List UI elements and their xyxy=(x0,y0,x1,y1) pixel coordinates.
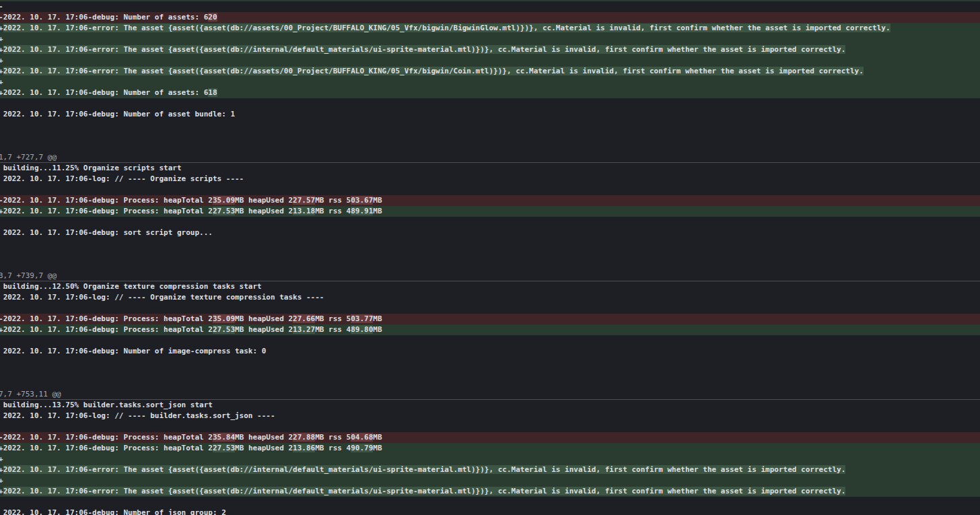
line-content: +2022. 10. 17. 17:06-error: The asset {a… xyxy=(0,44,845,55)
gutter-sign: + xyxy=(0,45,3,54)
line-content: 3,7 +739,7 @@ xyxy=(0,271,57,281)
hunk-header: 1,7 +727,7 @@ xyxy=(0,152,980,163)
line-content: - xyxy=(0,1,3,12)
line-text: 7,7 +753,11 @@ xyxy=(0,390,61,399)
line-content: + xyxy=(0,454,3,465)
diff-line: building...13.75% builder.tasks.sort_jso… xyxy=(0,400,980,411)
changed-text: 13.18 xyxy=(293,207,315,215)
gutter-sign: + xyxy=(0,56,3,65)
changed-text: 27.53 xyxy=(213,325,235,334)
diff-line: -2022. 10. 17. 17:06-debug: Process: hea… xyxy=(0,195,980,206)
line-content: 2022. 10. 17. 17:06-debug: sort script g… xyxy=(0,228,213,238)
diff-line xyxy=(0,238,980,249)
line-text: MB xyxy=(373,196,382,205)
diff-line: + xyxy=(0,475,980,486)
line-text: MB rss 4 xyxy=(315,207,351,215)
changed-text: 20 xyxy=(208,13,217,22)
diff-line xyxy=(0,497,980,508)
changed-text: 2022. 10. 17. 17:06-error: The asset {as… xyxy=(3,67,864,75)
diff-line: +2022. 10. 17. 17:06-error: The asset {a… xyxy=(0,66,980,77)
gutter-sign: + xyxy=(0,465,3,474)
changed-text: 27.53 xyxy=(213,444,235,452)
changed-text: 2022. 10. 17. 17:06-error: The asset {as… xyxy=(3,45,846,54)
diff-line: building...11.25% Organize scripts start xyxy=(0,163,980,174)
line-content: +2022. 10. 17. 17:06-error: The asset {a… xyxy=(0,66,864,77)
diff-line: building...12.50% Organize texture compr… xyxy=(0,281,980,292)
hunk-header: 3,7 +739,7 @@ xyxy=(0,271,980,281)
line-content: +2022. 10. 17. 17:06-debug: Number of as… xyxy=(0,88,217,98)
line-content: building...13.75% builder.tasks.sort_jso… xyxy=(0,400,213,411)
diff-line: +2022. 10. 17. 17:06-error: The asset {a… xyxy=(0,44,980,55)
changed-text: 27.88 xyxy=(293,433,315,442)
changed-text: 89.80 xyxy=(351,325,373,334)
diff-line: + xyxy=(0,55,980,66)
line-content: +2022. 10. 17. 17:06-debug: Process: hea… xyxy=(0,443,382,454)
line-content: +2022. 10. 17. 17:06-debug: Process: hea… xyxy=(0,206,382,217)
diff-line: + xyxy=(0,34,980,44)
diff-line: +2022. 10. 17. 17:06-error: The asset {a… xyxy=(0,486,980,497)
line-text: MB heapUsed 2 xyxy=(235,207,293,215)
changed-text: 35.09 xyxy=(213,196,235,205)
diff-line xyxy=(0,120,980,131)
line-text: MB rss 5 xyxy=(315,433,351,442)
diff-line: 2022. 10. 17. 17:06-debug: Number of ima… xyxy=(0,346,980,357)
gutter-sign: - xyxy=(0,2,3,11)
diff-line: 2022. 10. 17. 17:06-debug: Number of jso… xyxy=(0,508,980,515)
diff-line xyxy=(0,378,980,389)
changed-text: 03.77 xyxy=(351,314,373,323)
diff-view: +--2022. 10. 17. 17:06-debug: Number of … xyxy=(0,0,980,515)
diff-line xyxy=(0,335,980,346)
line-text: MB rss 5 xyxy=(315,314,351,323)
line-text: 2022. 10. 17. 17:06-debug: sort script g… xyxy=(3,228,213,237)
changed-text: 27.57 xyxy=(293,196,315,205)
line-content: +2022. 10. 17. 17:06-error: The asset {a… xyxy=(0,465,845,475)
line-text: building...13.75% builder.tasks.sort_jso… xyxy=(3,401,213,409)
changed-text: 2022. 10. 17. 17:06-error: The asset {as… xyxy=(3,487,846,495)
diff-line xyxy=(0,141,980,152)
hunk-header: 7,7 +753,11 @@ xyxy=(0,389,980,400)
changed-text: 27.66 xyxy=(293,314,315,323)
diff-line: +2022. 10. 17. 17:06-error: The asset {a… xyxy=(0,23,980,34)
line-content: + xyxy=(0,34,3,44)
diff-line xyxy=(0,184,980,195)
line-content: 2022. 10. 17. 17:06-log: // ---- Organiz… xyxy=(0,292,324,303)
line-text: 2022. 10. 17. 17:06-debug: Number of ass… xyxy=(3,13,209,22)
line-content: 2022. 10. 17. 17:06-log: // ---- builder… xyxy=(0,411,275,421)
diff-line: - xyxy=(0,1,980,12)
line-content: 2022. 10. 17. 17:06-debug: Number of jso… xyxy=(0,508,226,515)
changed-text: 2022. 10. 17. 17:06-error: The asset {as… xyxy=(3,465,846,474)
diff-line: + xyxy=(0,77,980,88)
line-text: MB xyxy=(373,314,382,323)
diff-line: +2022. 10. 17. 17:06-debug: Number of as… xyxy=(0,88,980,98)
diff-line: 2022. 10. 17. 17:06-log: // ---- Organiz… xyxy=(0,292,980,303)
gutter-sign: + xyxy=(0,476,3,485)
diff-line xyxy=(0,357,980,368)
line-content: +2022. 10. 17. 17:06-debug: Process: hea… xyxy=(0,324,382,335)
line-content: + xyxy=(0,77,3,88)
changed-text: 27.53 xyxy=(213,207,235,215)
line-text: 2022. 10. 17. 17:06-log: // ---- builder… xyxy=(3,411,275,420)
line-content: 7,7 +753,11 @@ xyxy=(0,389,61,399)
diff-line: 2022. 10. 17. 17:06-debug: Number of ass… xyxy=(0,109,980,120)
diff-line xyxy=(0,303,980,314)
line-text: 2022. 10. 17. 17:06-debug: Process: heap… xyxy=(3,314,213,323)
line-text: 2022. 10. 17. 17:06-debug: Process: heap… xyxy=(3,444,213,452)
line-text: MB rss 4 xyxy=(315,325,351,334)
line-text: 3,7 +739,7 @@ xyxy=(0,271,57,280)
line-text: building...12.50% Organize texture compr… xyxy=(3,282,262,291)
line-text: MB heapUsed 2 xyxy=(235,444,293,452)
diff-line: +2022. 10. 17. 17:06-debug: Process: hea… xyxy=(0,206,980,217)
line-text: building...11.25% Organize scripts start xyxy=(3,164,182,172)
line-text: 2022. 10. 17. 17:06-debug: Process: heap… xyxy=(3,207,213,215)
line-content: -2022. 10. 17. 17:06-debug: Process: hea… xyxy=(0,432,382,443)
line-content: -2022. 10. 17. 17:06-debug: Process: hea… xyxy=(0,314,382,324)
diff-line xyxy=(0,131,980,141)
line-text: MB xyxy=(373,207,382,215)
line-text: MB xyxy=(373,444,382,452)
changed-text: 35.84 xyxy=(213,433,235,442)
gutter-sign: + xyxy=(0,24,3,32)
line-text: MB heapUsed 2 xyxy=(235,433,293,442)
line-text: MB rss 5 xyxy=(315,196,351,205)
gutter-sign: + xyxy=(0,77,3,86)
gutter-sign: + xyxy=(0,454,3,463)
